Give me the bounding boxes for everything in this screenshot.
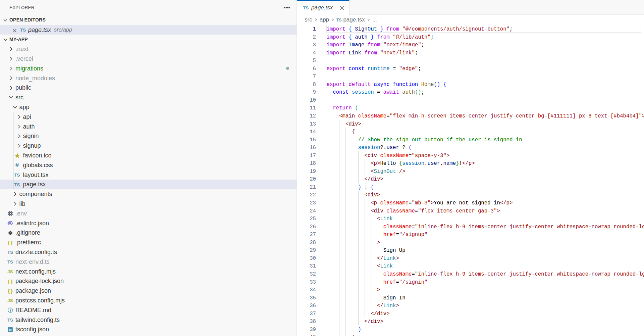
svg-text:TS: TS	[8, 328, 12, 332]
